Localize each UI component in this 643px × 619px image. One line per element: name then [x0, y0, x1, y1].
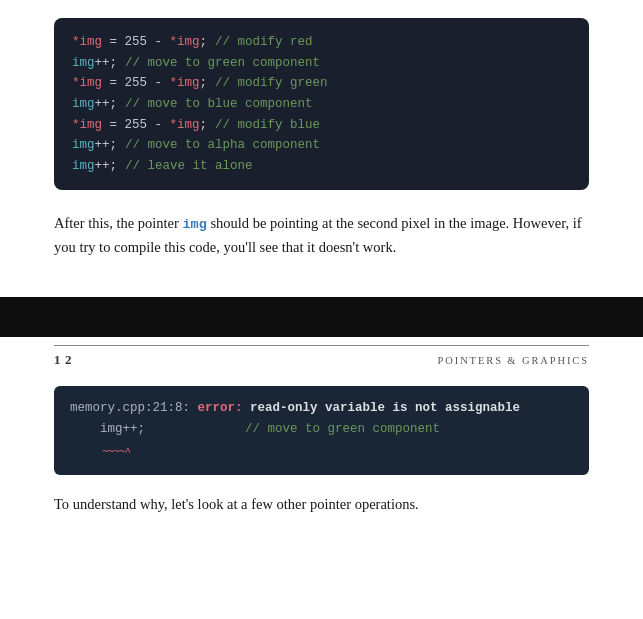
code-token: *img — [170, 73, 200, 94]
code-comment: // modify red — [215, 32, 313, 53]
code-token: ; — [200, 32, 208, 53]
page-number: 1 2 — [54, 352, 72, 368]
code-token: = 255 - — [102, 73, 170, 94]
code-comment: // move to green component — [125, 53, 320, 74]
error-message: read-only variable is not assignable — [250, 398, 520, 419]
code-token: *img — [170, 32, 200, 53]
code-token: ++; — [95, 135, 118, 156]
code-line-5: *img = 255 - *img ; // modify blue — [72, 115, 571, 136]
code-token: img — [72, 156, 95, 177]
error-code-block: memory.cpp:21:8: error: read-only variab… — [54, 386, 589, 475]
code-token: *img — [72, 73, 102, 94]
code-line-7: img ++; // leave it alone — [72, 156, 571, 177]
paragraph-text-before: After this, the pointer — [54, 215, 182, 231]
code-token: img — [72, 53, 95, 74]
code-comment: // move to alpha component — [125, 135, 320, 156]
code-comment: // modify blue — [215, 115, 320, 136]
chapter-title: POINTERS & GRAPHICS — [438, 355, 589, 366]
error-filename: memory.cpp:21:8: — [70, 398, 198, 419]
bottom-paragraph-text: To understand why, let's look at a few o… — [54, 496, 419, 512]
code-token: ; — [200, 73, 208, 94]
bottom-paragraph: To understand why, let's look at a few o… — [54, 493, 589, 516]
footer-line: 1 2 POINTERS & GRAPHICS — [54, 352, 589, 368]
error-line-1: memory.cpp:21:8: error: read-only variab… — [70, 398, 573, 419]
code-line-6: img ++; // move to alpha component — [72, 135, 571, 156]
squiggle-chars: ~~~~^ — [102, 446, 130, 458]
page-top-section: *img = 255 - *img ; // modify red img ++… — [0, 0, 643, 297]
code-token: *img — [170, 115, 200, 136]
code-comment: // move to blue component — [125, 94, 313, 115]
code-block-top: *img = 255 - *img ; // modify red img ++… — [54, 18, 589, 190]
page-footer: 1 2 POINTERS & GRAPHICS — [0, 337, 643, 368]
code-line-4: img ++; // move to blue component — [72, 94, 571, 115]
footer-rule — [54, 345, 589, 346]
error-label: error: — [198, 398, 251, 419]
code-token: *img — [72, 32, 102, 53]
error-code-comment: // move to green component — [245, 419, 440, 440]
code-token: img — [72, 135, 95, 156]
separator-band — [0, 297, 643, 337]
code-token: img — [72, 94, 95, 115]
code-token: ++; — [95, 94, 118, 115]
code-token: ++; — [95, 53, 118, 74]
code-token: ; — [200, 115, 208, 136]
inline-code-img: img — [182, 217, 206, 232]
code-comment: // modify green — [215, 73, 328, 94]
code-comment: // leave it alone — [125, 156, 253, 177]
code-token: *img — [72, 115, 102, 136]
squiggle: ~~~~^ — [70, 443, 573, 462]
error-line-2: img++; // move to green component — [70, 419, 573, 440]
code-token: = 255 - — [102, 115, 170, 136]
code-token: = 255 - — [102, 32, 170, 53]
top-paragraph: After this, the pointer img should be po… — [54, 212, 589, 259]
code-line-1: *img = 255 - *img ; // modify red — [72, 32, 571, 53]
page-bottom-section: memory.cpp:21:8: error: read-only variab… — [0, 386, 643, 536]
error-code-snippet: img++; — [70, 419, 145, 440]
code-line-2: img ++; // move to green component — [72, 53, 571, 74]
code-line-3: *img = 255 - *img ; // modify green — [72, 73, 571, 94]
code-token: ++; — [95, 156, 118, 177]
